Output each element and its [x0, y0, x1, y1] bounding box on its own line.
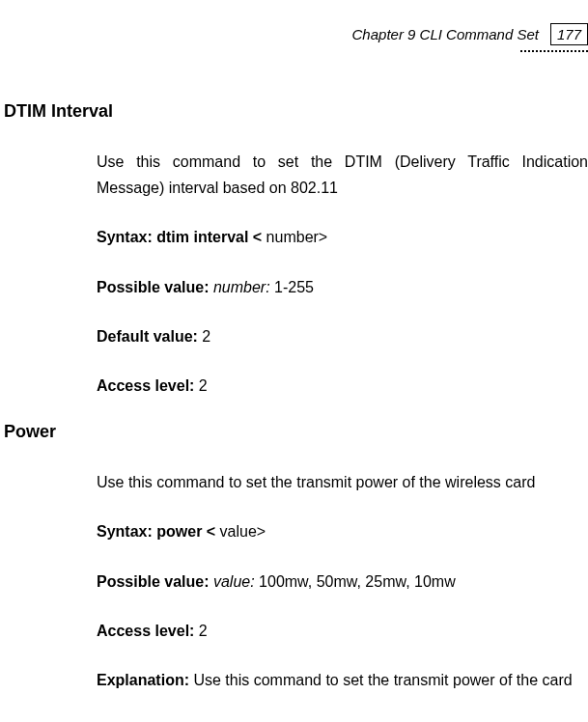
power-explanation-label: Explanation:	[97, 672, 193, 688]
power-possible-label: Possible value:	[97, 573, 213, 590]
dtim-access-line: Access level: 2	[97, 373, 588, 399]
power-explanation-line: Explanation: Use this command to set the…	[97, 667, 588, 693]
dtim-access-label: Access level:	[97, 377, 199, 394]
section-body-dtim: Use this command to set the DTIM (Delive…	[0, 149, 588, 399]
dtim-syntax-label: Syntax: dtim interval <	[97, 229, 266, 245]
power-access-label: Access level:	[97, 623, 199, 639]
header-inner: Chapter 9 CLI Command Set 177	[352, 23, 588, 45]
page-container: Chapter 9 CLI Command Set 177 DTIM Inter…	[0, 0, 588, 722]
dtim-possible-rest: 1-255	[270, 279, 314, 295]
dtim-syntax-line: Syntax: dtim interval < number>	[97, 224, 588, 250]
section-body-power: Use this command to set the transmit pow…	[0, 469, 588, 693]
power-access-line: Access level: 2	[97, 618, 588, 644]
power-syntax-line: Syntax: power < value>	[97, 518, 588, 544]
dtim-default-value: 2	[202, 328, 210, 345]
section-heading-dtim: DTIM Interval	[0, 101, 588, 122]
dtim-access-value: 2	[199, 377, 208, 394]
power-explanation-text: Use this command to set the transmit pow…	[193, 672, 572, 688]
header-dotted-rule	[520, 50, 588, 52]
power-description: Use this command to set the transmit pow…	[97, 469, 588, 495]
dtim-possible-arg: number:	[213, 279, 270, 295]
dtim-possible-line: Possible value: number: 1-255	[97, 274, 588, 300]
power-possible-arg: value:	[213, 573, 255, 590]
dtim-default-label: Default value:	[97, 328, 202, 345]
dtim-syntax-arg: number>	[266, 229, 328, 245]
power-access-value: 2	[199, 623, 208, 639]
page-header: Chapter 9 CLI Command Set 177	[0, 23, 588, 45]
section-heading-power: Power	[0, 422, 588, 442]
chapter-title: Chapter 9 CLI Command Set	[352, 26, 539, 42]
content-area: DTIM Interval Use this command to set th…	[0, 45, 588, 693]
power-syntax-arg: value>	[220, 523, 266, 540]
power-possible-line: Possible value: value: 100mw, 50mw, 25mw…	[97, 569, 588, 595]
dtim-possible-label: Possible value:	[97, 279, 213, 295]
page-number-box: 177	[550, 23, 588, 45]
power-syntax-label: Syntax: power <	[97, 523, 220, 540]
dtim-default-line: Default value: 2	[97, 323, 588, 349]
power-possible-rest: 100mw, 50mw, 25mw, 10mw	[255, 573, 456, 590]
dtim-description: Use this command to set the DTIM (Delive…	[97, 149, 588, 201]
